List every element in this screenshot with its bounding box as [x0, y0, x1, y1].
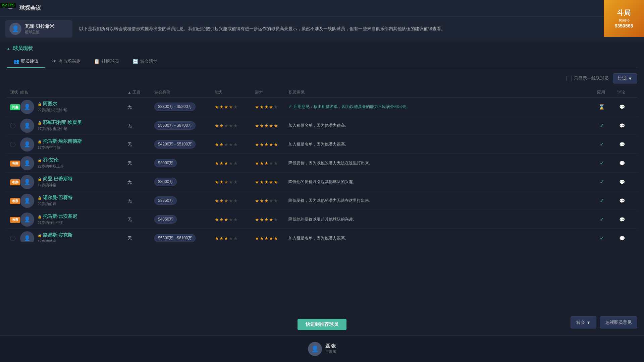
salary-cell: 无 [127, 160, 154, 166]
player-name[interactable]: 托马斯·埃尔南德斯 [43, 138, 82, 144]
avatar: 👤 [20, 119, 34, 133]
apply-check-icon[interactable]: ✓ [597, 196, 606, 205]
coach-info: 👤 磊 张 主教练 [308, 342, 336, 356]
view-staff-opinion-button[interactable]: 忽视职员意见 [600, 316, 637, 328]
checkbox-box[interactable] [567, 76, 572, 81]
apply-check-icon[interactable]: ✓ [597, 215, 606, 224]
discuss-cell[interactable]: 💬 [617, 196, 634, 205]
avatar: 👤 [20, 100, 34, 114]
discuss-cell[interactable]: 💬 [617, 215, 634, 224]
transfer-button[interactable]: 转会 ▼ [571, 316, 596, 328]
col-discuss: 讨论 [617, 89, 634, 95]
apply-cell[interactable]: ✓ [597, 140, 617, 149]
scout-profile: 👤 瓦隆·贝拉希米 足球总监 [5, 20, 72, 38]
avatar: 👤 [20, 194, 34, 208]
filter-button[interactable]: 过滤 ▼ [613, 73, 637, 83]
apply-check-icon[interactable]: ✓ [597, 234, 606, 242]
potential-cell: ★★★★★ [255, 198, 288, 203]
discuss-cell[interactable]: 💬 [617, 102, 634, 112]
opinion-cell: 降低他的要价以引起其他球队的兴趣。 [288, 217, 597, 222]
tab-transfer[interactable]: 🔄 转会活动 [126, 56, 164, 68]
lock-icon: 🔒 [38, 177, 42, 181]
discuss-icon[interactable]: 💬 [617, 234, 627, 242]
ability-cell: ★★★★★ [215, 217, 255, 222]
player-name-lock: 🔒 路易斯·宾克斯 [38, 232, 72, 238]
header-section: 👤 瓦隆·贝拉希米 足球总监 以下是我们所有以转会或租借形式推荐出去的球员汇总。… [0, 17, 644, 41]
player-name[interactable]: 乔·艾伦 [43, 157, 58, 163]
apply-check-icon[interactable]: ✓ [597, 177, 606, 187]
player-name[interactable]: 耶稣玛利亚·埃查里 [43, 120, 82, 126]
discuss-icon[interactable]: 💬 [617, 121, 627, 130]
status-cell: 考察 [10, 216, 20, 223]
tab-transfer-label: 转会活动 [140, 58, 158, 64]
apply-cell[interactable]: ⌛ [597, 102, 617, 112]
lock-icon: 🔒 [38, 234, 42, 237]
table-row: 考察 👤 🔒 尚登·巴蒂斯特 17岁的神童 无 $3000万 ★★★★★ ★★★… [7, 173, 637, 191]
salary-cell: 无 [127, 123, 154, 129]
opinion-cell: 加入租借名单，因为他潜力很高。 [288, 123, 597, 128]
tab-listed-label: 挂牌球员 [102, 58, 119, 64]
avatar: 👤 [20, 156, 34, 170]
first-team-filter[interactable]: 只显示一线队球员 [567, 75, 609, 81]
apply-cell[interactable]: ✓ [597, 234, 617, 242]
player-name-lock: 🔒 阿图尔 [38, 101, 67, 107]
apply-cell[interactable]: ✓ [597, 121, 617, 130]
transfer-value: $3800万 - $5200万 [154, 103, 196, 111]
discuss-icon[interactable]: 💬 [617, 159, 627, 168]
coach-name: 磊 张 [325, 343, 336, 349]
ability-cell: ★★★★★ [215, 123, 255, 128]
ability-cell: ★★★★★ [215, 236, 255, 241]
apply-pending-icon[interactable]: ⌛ [597, 102, 606, 112]
status-cell [10, 236, 20, 241]
player-name[interactable]: 诺尔曼·巴赛特 [43, 195, 72, 201]
table-row: 兴趣 👤 🔒 阿图尔 22岁的防守型中场 无 $3800万 - $5200万 ★… [7, 98, 637, 116]
apply-cell[interactable]: ✓ [597, 159, 617, 168]
player-info-cell: 👤 🔒 路易斯·宾克斯 17岁的神童 [20, 231, 127, 242]
discuss-icon[interactable]: 💬 [617, 140, 627, 149]
quick-nav-button[interactable]: 快进到推荐球员 [298, 319, 346, 330]
top-bar: ← 球探会议 [0, 0, 644, 17]
player-name[interactable]: 尚登·巴蒂斯特 [43, 176, 72, 182]
tab-listed[interactable]: 📋 挂牌球员 [87, 56, 126, 68]
apply-check-icon[interactable]: ✓ [597, 140, 606, 149]
discuss-cell[interactable]: 💬 [617, 140, 634, 149]
apply-cell[interactable]: ✓ [597, 177, 617, 187]
discuss-icon[interactable]: 💬 [617, 102, 627, 112]
transfer-value: $4200万 - $5100万 [154, 140, 196, 148]
discuss-icon[interactable]: 💬 [617, 177, 627, 187]
col-potential: 潜力 [255, 89, 288, 95]
apply-cell[interactable]: ✓ [597, 215, 617, 224]
player-name[interactable]: 路易斯·宾克斯 [43, 232, 72, 238]
player-name[interactable]: 托马斯·比安基尼 [43, 214, 77, 220]
transfer-value: $3350万 [154, 196, 177, 205]
page-title: 球探会议 [19, 5, 41, 12]
player-name-lock: 🔒 诺尔曼·巴赛特 [38, 195, 72, 201]
transfer-cell: $5300万 - $6100万 [154, 234, 215, 242]
discuss-icon[interactable]: 💬 [617, 196, 627, 205]
ability-cell: ★★★★★ [215, 198, 255, 203]
col-transfer-val: 转会身价 [154, 89, 215, 95]
potential-cell: ★★★★★ [255, 217, 288, 222]
tab-market[interactable]: 👁 有市场兴趣 [45, 56, 87, 68]
status-cell: 考察 [10, 160, 20, 167]
apply-check-icon[interactable]: ✓ [597, 159, 606, 168]
opinion-cell: 降低要价，因为以他的潜力无法在这里打出来。 [288, 160, 597, 166]
transfer-value: $3000万 [154, 159, 177, 167]
bottom-action-buttons: 转会 ▼ 忽视职员意见 [571, 316, 637, 328]
apply-cell[interactable]: ✓ [597, 196, 617, 205]
discuss-cell[interactable]: 💬 [617, 121, 634, 130]
discuss-icon[interactable]: 💬 [617, 215, 627, 224]
player-name[interactable]: 阿图尔 [43, 101, 57, 107]
avatar: 👤 [20, 231, 34, 242]
status-cell [10, 123, 20, 128]
discuss-cell[interactable]: 💬 [617, 177, 634, 187]
tab-staff[interactable]: 👥 职员建议 [7, 56, 45, 68]
status-badge: 考察 [10, 161, 20, 167]
brand-logo: 斗局 房间号 9350568 [604, 0, 644, 37]
discuss-cell[interactable]: 💬 [617, 159, 634, 168]
lock-icon: 🔒 [38, 159, 42, 162]
apply-check-icon[interactable]: ✓ [597, 121, 606, 130]
player-info-cell: 👤 🔒 乔·艾伦 22岁的中场工兵 [20, 156, 127, 170]
discuss-cell[interactable]: 💬 [617, 234, 634, 242]
col-opinion: 职员意见 [288, 89, 597, 95]
